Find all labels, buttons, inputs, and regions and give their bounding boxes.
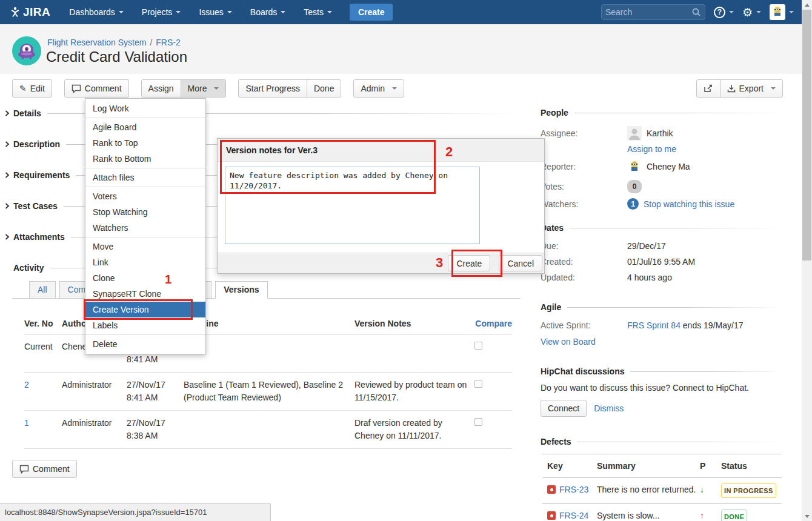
toolbar-right: Export — [696, 79, 783, 98]
done-button[interactable]: Done — [307, 79, 341, 98]
chevron-right-icon — [5, 172, 10, 178]
menu-item-create-version[interactable]: Create Version — [85, 302, 205, 317]
baseline-cell: Baseline 1 (Team 1 Reviewed), Baseline 2… — [173, 379, 354, 404]
assign-to-me-link[interactable]: Assign to me — [627, 144, 676, 154]
divider — [577, 442, 783, 442]
view-on-board-link[interactable]: View on Board — [541, 337, 596, 347]
edit-button[interactable]: ✎ Edit — [12, 79, 52, 98]
scroll-down-button[interactable] — [802, 511, 812, 521]
stop-watching-link[interactable]: Stop watching this issue — [644, 199, 734, 210]
compare-checkbox[interactable] — [474, 380, 482, 388]
defect-key-link[interactable]: FRS-23 — [559, 483, 588, 496]
divider — [570, 228, 783, 228]
chevron-down-icon — [119, 11, 124, 13]
compare-link[interactable]: Compare — [470, 317, 512, 330]
col-header-priority: P — [700, 460, 721, 472]
version-cell: 1 — [24, 417, 62, 430]
search-input[interactable] — [605, 7, 691, 17]
dialog-footer: Create Cancel — [218, 253, 544, 273]
defect-key-link[interactable]: FRS-24 — [559, 509, 588, 521]
status-badge: IN PROGRESS — [721, 483, 776, 498]
hipchat-prompt: Do you want to discuss this issue? Conne… — [541, 383, 783, 393]
votes-badge[interactable]: 0 — [627, 180, 642, 193]
dismiss-link[interactable]: Dismiss — [594, 403, 624, 413]
comment-bottom-area: Comment — [12, 460, 77, 478]
more-button[interactable]: More — [181, 79, 227, 98]
notes-cell: Draf version created by Cheney on 11/11/… — [354, 417, 470, 442]
nav-projects[interactable]: Projects — [135, 0, 188, 24]
comment-button[interactable]: Comment — [64, 79, 129, 98]
menu-item-log-work[interactable]: Log Work — [85, 101, 205, 116]
chevron-right-icon — [5, 110, 10, 116]
dialog-cancel-button[interactable]: Cancel — [499, 255, 542, 271]
hipchat-section: HipChat discussions Do you want to discu… — [533, 365, 783, 417]
defects-table-header: Key Summary P Status — [542, 454, 782, 478]
user-avatar — [770, 4, 785, 20]
scrollbar-thumb[interactable] — [802, 10, 811, 260]
dialog-create-button[interactable]: Create — [448, 255, 490, 271]
watchers-badge[interactable]: 1 — [627, 198, 639, 210]
menu-item-rank-to-bottom[interactable]: Rank to Bottom — [85, 151, 205, 167]
compare-checkbox[interactable] — [474, 342, 482, 350]
due-row: Due: 29/Dec/17 — [533, 241, 783, 251]
menu-item-link[interactable]: Link — [85, 254, 205, 270]
section-details[interactable]: Details — [5, 107, 520, 119]
jira-issue-page: JIRA Dashboards Projects Issues Boards T… — [0, 0, 812, 521]
breadcrumb-project-link[interactable]: Flight Reservation System — [47, 38, 146, 47]
connect-button[interactable]: Connect — [541, 400, 587, 417]
vertical-scrollbar[interactable] — [802, 0, 812, 521]
admin-button[interactable]: Admin — [353, 79, 404, 98]
help-menu[interactable]: ? — [714, 7, 734, 18]
nav-tests[interactable]: Tests — [297, 0, 339, 24]
compare-checkbox[interactable] — [474, 418, 482, 426]
agile-section: Agile Active Sprint: FRS Sprint 84 ends … — [533, 301, 783, 347]
menu-item-labels[interactable]: Labels — [85, 317, 205, 333]
defect-summary: There is no error returned. — [597, 483, 700, 496]
tab-versions[interactable]: Versions — [215, 281, 267, 299]
share-button[interactable] — [696, 79, 720, 98]
nav-dashboards[interactable]: Dashboards — [62, 0, 130, 24]
menu-item-voters[interactable]: Voters — [85, 188, 205, 204]
create-issue-button[interactable]: Create — [350, 4, 393, 21]
menu-item-stop-watching[interactable]: Stop Watching — [85, 204, 205, 220]
breadcrumb: Flight Reservation System/FRS-2 — [47, 38, 181, 47]
defects-table: Key Summary P Status FRS-23 There is no … — [542, 454, 782, 521]
tab-all[interactable]: All — [29, 281, 56, 299]
version-notes-textarea[interactable]: New feature description was added by Che… — [225, 167, 480, 244]
export-button[interactable]: Export — [720, 79, 783, 98]
menu-item-attach-files[interactable]: Attach files — [85, 170, 205, 185]
menu-item-delete[interactable]: Delete — [85, 336, 205, 352]
assignee-label: Assignee: — [541, 128, 627, 139]
hipchat-header: HipChat discussions — [533, 365, 783, 377]
scroll-up-button[interactable] — [802, 0, 812, 10]
updated-label: Updated: — [541, 272, 627, 283]
breadcrumb-issue-link[interactable]: FRS-2 — [156, 38, 180, 47]
menu-item-agile-board[interactable]: Agile Board — [85, 119, 205, 135]
menu-item-clone[interactable]: Clone — [85, 270, 205, 286]
project-avatar — [12, 36, 41, 65]
menu-item-move[interactable]: Move — [85, 239, 205, 254]
due-value: 29/Dec/17 — [627, 241, 666, 251]
sprint-link[interactable]: FRS Sprint 84 — [627, 320, 681, 330]
user-menu[interactable] — [770, 4, 794, 20]
version-link[interactable]: 2 — [24, 380, 29, 390]
divider — [567, 307, 783, 308]
due-label: Due: — [541, 241, 627, 251]
assign-button[interactable]: Assign — [141, 79, 181, 98]
notes-cell: Reviewed by product team on 11/15/2017. — [354, 379, 470, 404]
version-link[interactable]: 1 — [24, 418, 29, 428]
reporter-row: Reporter: Cheney Ma — [533, 159, 783, 174]
menu-item-synapsert-clone[interactable]: SynapseRT Clone — [85, 286, 205, 302]
add-comment-button[interactable]: Comment — [12, 460, 77, 478]
jira-logo[interactable]: JIRA — [10, 5, 50, 19]
nav-issues[interactable]: Issues — [192, 0, 238, 24]
active-sprint-label: Active Sprint: — [541, 320, 627, 331]
start-progress-button[interactable]: Start Progress — [238, 79, 307, 98]
settings-menu[interactable]: ⚙ — [742, 7, 761, 18]
created-value: 01/Jul/16 9:55 AM — [627, 256, 695, 267]
compare-cell — [470, 340, 512, 353]
menu-item-watchers[interactable]: Watchers — [85, 220, 205, 236]
nav-boards[interactable]: Boards — [244, 0, 292, 24]
divider — [85, 168, 205, 168]
menu-item-rank-to-top[interactable]: Rank to Top — [85, 135, 205, 151]
